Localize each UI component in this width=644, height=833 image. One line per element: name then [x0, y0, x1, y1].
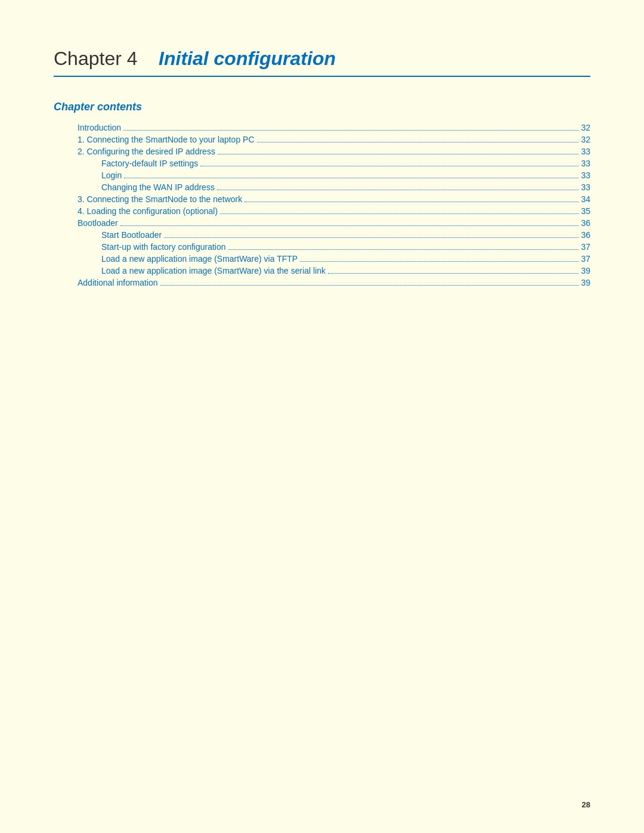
toc-page-number: 36 — [581, 218, 590, 228]
toc-item[interactable]: 4. Loading the configuration (optional) … — [54, 206, 590, 216]
toc-dots — [228, 249, 579, 250]
toc-item[interactable]: Changing the WAN IP address 33 — [54, 182, 590, 192]
toc-link[interactable]: Login — [101, 171, 122, 180]
toc-dots — [124, 178, 578, 178]
toc-link[interactable]: Changing the WAN IP address — [101, 182, 215, 192]
toc-label: 4. Loading the configuration (optional) — [54, 206, 218, 216]
toc-item[interactable]: Start-up with factory configuration 37 — [54, 242, 590, 252]
toc-label: Start-up with factory configuration — [54, 242, 226, 252]
toc-label: Additional information — [54, 278, 158, 287]
toc-link[interactable]: 2. Configuring the desired IP address — [78, 147, 215, 156]
toc-link[interactable]: 4. Loading the configuration (optional) — [78, 206, 218, 216]
toc-dots — [217, 190, 579, 190]
toc-item[interactable]: Load a new application image (SmartWare)… — [54, 254, 590, 264]
toc-dots — [200, 166, 578, 166]
toc-page-number: 35 — [581, 206, 590, 216]
toc-dots — [123, 130, 578, 131]
toc-dots — [300, 261, 578, 262]
toc-page-number: 33 — [581, 171, 590, 180]
toc-dots — [328, 273, 578, 274]
toc-link[interactable]: Start-up with factory configuration — [101, 242, 226, 252]
toc-link[interactable]: Bootloader — [78, 218, 118, 228]
toc-page-number: 37 — [581, 242, 590, 252]
toc-label: Login — [54, 171, 122, 180]
chapter-title-bold: Initial configuration — [159, 48, 336, 69]
toc-page-number: 33 — [581, 159, 590, 168]
toc-page-number: 39 — [581, 278, 590, 287]
toc-item[interactable]: Load a new application image (SmartWare)… — [54, 266, 590, 275]
toc-page-number: 32 — [581, 123, 590, 132]
toc-item[interactable]: Start Bootloader 36 — [54, 230, 590, 240]
toc-link[interactable]: Introduction — [78, 123, 121, 132]
toc-page-number: 33 — [581, 182, 590, 192]
toc-list: Introduction 32 1. Connecting the SmartN… — [54, 123, 590, 287]
toc-item[interactable]: Bootloader 36 — [54, 218, 590, 228]
toc-item[interactable]: Additional information 39 — [54, 278, 590, 287]
toc-label: 2. Configuring the desired IP address — [54, 147, 215, 156]
toc-link[interactable]: Start Bootloader — [101, 230, 162, 240]
toc-item[interactable]: 2. Configuring the desired IP address 33 — [54, 147, 590, 156]
toc-page-number: 34 — [581, 194, 590, 204]
toc-page-number: 36 — [581, 230, 590, 240]
toc-item[interactable]: 3. Connecting the SmartNode to the netwo… — [54, 194, 590, 204]
toc-page-number: 39 — [581, 266, 590, 275]
toc-item[interactable]: Factory-default IP settings 33 — [54, 159, 590, 168]
toc-label: 3. Connecting the SmartNode to the netwo… — [54, 194, 242, 204]
toc-link[interactable]: Additional information — [78, 278, 158, 287]
chapter-header: Chapter 4 Initial configuration — [54, 48, 590, 77]
toc-label: Changing the WAN IP address — [54, 182, 215, 192]
toc-label: Load a new application image (SmartWare)… — [54, 254, 298, 264]
toc-label: Load a new application image (SmartWare)… — [54, 266, 326, 275]
toc-label: 1. Connecting the SmartNode to your lapt… — [54, 135, 255, 144]
toc-page-number: 37 — [581, 254, 590, 264]
toc-label: Start Bootloader — [54, 230, 162, 240]
toc-dots — [218, 154, 579, 154]
toc-label: Factory-default IP settings — [54, 159, 198, 168]
toc-dots — [120, 225, 579, 226]
toc-link[interactable]: Factory-default IP settings — [101, 159, 198, 168]
chapter-prefix: Chapter 4 — [54, 48, 138, 69]
toc-link[interactable]: Load a new application image (SmartWare)… — [101, 254, 298, 264]
chapter-contents-section: Chapter contents Introduction 32 1. Conn… — [54, 101, 590, 287]
page-number: 28 — [582, 800, 590, 809]
toc-dots — [160, 285, 579, 286]
toc-label: Bootloader — [54, 218, 118, 228]
page-container: Chapter 4 Initial configuration Chapter … — [0, 0, 644, 833]
chapter-contents-heading: Chapter contents — [54, 101, 590, 113]
toc-dots — [164, 237, 578, 238]
toc-link[interactable]: 3. Connecting the SmartNode to the netwo… — [78, 194, 242, 204]
toc-dots — [257, 142, 579, 143]
toc-item[interactable]: Introduction 32 — [54, 123, 590, 132]
chapter-title: Chapter 4 Initial configuration — [54, 48, 590, 70]
toc-label: Introduction — [54, 123, 121, 132]
toc-item[interactable]: Login 33 — [54, 171, 590, 180]
toc-link[interactable]: 1. Connecting the SmartNode to your lapt… — [78, 135, 255, 144]
toc-dots — [244, 202, 578, 202]
toc-dots — [220, 213, 578, 214]
toc-link[interactable]: Load a new application image (SmartWare)… — [101, 266, 326, 275]
toc-page-number: 33 — [581, 147, 590, 156]
toc-page-number: 32 — [581, 135, 590, 144]
toc-item[interactable]: 1. Connecting the SmartNode to your lapt… — [54, 135, 590, 144]
